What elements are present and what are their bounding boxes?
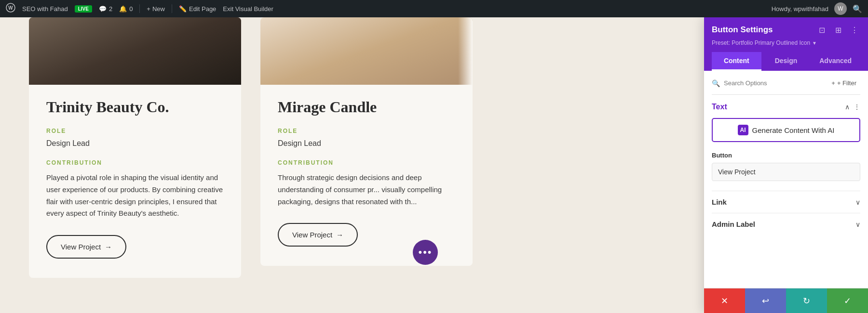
redo-icon: ↻ [803, 296, 810, 306]
contribution-label-1: CONTRIBUTION [46, 159, 224, 166]
view-project-label-1: View Project [61, 243, 101, 251]
notification-icon: 🔔 [119, 5, 127, 13]
card-title-1: Trinity Beauty Co. [46, 98, 224, 116]
admin-label-title: Admin Label [712, 220, 755, 228]
card-role-1: Design Lead [46, 139, 224, 148]
button-text-input[interactable] [712, 163, 860, 181]
section-controls: ∧ ⋮ [845, 103, 860, 111]
button-field-label: Button [712, 152, 860, 159]
card-image-2 [260, 17, 473, 85]
card-role-2: Design Lead [278, 139, 455, 148]
search-filter-row: 🔍 + + Filter [712, 78, 860, 95]
text-more-icon[interactable]: ⋮ [854, 103, 860, 111]
separator2 [172, 4, 172, 13]
button-field: Button [712, 152, 860, 191]
save-btn[interactable]: ✓ [827, 288, 868, 313]
search-icon[interactable]: 🔍 [853, 4, 862, 13]
redo-btn[interactable]: ↻ [786, 288, 827, 313]
search-options-input[interactable] [724, 78, 824, 89]
tab-content[interactable]: Content [712, 52, 761, 71]
view-project-label-2: View Project [292, 231, 332, 239]
search-icon: 🔍 [712, 79, 720, 87]
live-badge: Live [75, 5, 92, 13]
new-btn[interactable]: + + New New [147, 5, 165, 13]
card-body-2: Mirage Candle ROLE Design Lead CONTRIBUT… [260, 85, 473, 247]
settings-panel: Button Settings ⊡ ⊞ ⋮ Preset: Portfolio … [704, 17, 868, 313]
howdy-text: Howdy, wpwithfahad [772, 5, 828, 13]
text-section-title: Text [712, 103, 727, 111]
role-label-2: ROLE [278, 128, 455, 134]
ai-generate-btn[interactable]: AI Generate Content With AI [712, 118, 860, 142]
panel-title-icons: ⊡ ⊞ ⋮ [816, 24, 860, 36]
panel-header: Button Settings ⊡ ⊞ ⋮ Preset: Portfolio … [704, 17, 868, 71]
user-avatar[interactable]: W [834, 2, 847, 15]
site-name[interactable]: SEO with Fahad [22, 5, 68, 13]
link-chevron-icon: ∨ [855, 198, 860, 206]
role-label-1: ROLE [46, 128, 224, 134]
expand-icon[interactable]: ⊞ [832, 24, 844, 36]
edit-icon: ✏️ [179, 5, 187, 13]
card-body-1: Trinity Beauty Co. ROLE Design Lead CONT… [29, 85, 241, 259]
contribution-label-2: CONTRIBUTION [278, 159, 455, 166]
notifications-btn[interactable]: 🔔 💬 0 [119, 5, 133, 13]
svg-text:W: W [8, 5, 13, 11]
edit-page-btn[interactable]: ✏️ Edit Page [179, 5, 216, 13]
admin-bar-right: Howdy, wpwithfahad W 🔍 [772, 2, 862, 15]
panel-footer: ✕ ↩ ↻ ✓ [704, 288, 868, 313]
contribution-text-1: Played a pivotal role in shaping the vis… [46, 172, 224, 220]
view-project-btn-2[interactable]: View Project → [278, 223, 358, 247]
cancel-icon: ✕ [721, 296, 728, 306]
panel-preset: Preset: Portfolio Primary Outlined Icon … [712, 39, 860, 46]
link-section: Link ∨ [712, 191, 860, 213]
undo-btn[interactable]: ↩ [745, 288, 786, 313]
admin-label-section: Admin Label ∨ [712, 213, 860, 235]
filter-icon: + [831, 79, 835, 87]
ai-icon: AI [738, 125, 748, 135]
admin-bar-left: W SEO with Fahad Live 💬 2 🔔 💬 0 + + New … [6, 3, 764, 14]
link-section-header[interactable]: Link ∨ [712, 198, 860, 206]
save-icon: ✓ [844, 296, 851, 306]
floating-action-btn[interactable]: ••• [413, 240, 438, 265]
comment-icon: 💬 [99, 5, 107, 13]
admin-label-header[interactable]: Admin Label ∨ [712, 220, 860, 228]
portfolio-card-1: Trinity Beauty Co. ROLE Design Lead CONT… [29, 17, 241, 278]
page-content: Trinity Beauty Co. ROLE Design Lead CONT… [0, 17, 868, 313]
tab-advanced[interactable]: Advanced [811, 52, 860, 71]
tab-design[interactable]: Design [761, 52, 811, 71]
card-title-2: Mirage Candle [278, 98, 455, 116]
wp-logo-icon[interactable]: W [6, 3, 15, 14]
comments-btn[interactable]: 💬 2 [99, 5, 112, 13]
contribution-text-2: Through strategic design decisions and d… [278, 172, 455, 208]
portfolio-card-2: Mirage Candle ROLE Design Lead CONTRIBUT… [260, 17, 473, 266]
ai-generate-label: Generate Content With AI [752, 126, 835, 134]
cards-area: Trinity Beauty Co. ROLE Design Lead CONT… [0, 17, 704, 313]
filter-btn[interactable]: + + Filter [827, 78, 860, 89]
cancel-btn[interactable]: ✕ [704, 288, 745, 313]
arrow-icon-2: → [336, 231, 343, 239]
separator [139, 4, 140, 13]
link-section-title: Link [712, 198, 727, 206]
fab-dots-icon: ••• [418, 247, 432, 258]
preset-chevron-icon: ▼ [812, 40, 817, 46]
panel-body: 🔍 + + Filter Text ∧ ⋮ AI G [704, 71, 868, 288]
arrow-icon-1: → [105, 243, 112, 251]
more-options-icon[interactable]: ⋮ [849, 24, 860, 36]
panel-tabs: Content Design Advanced [712, 52, 860, 71]
panel-title: Button Settings [712, 25, 773, 35]
text-section-header: Text ∧ ⋮ [712, 103, 860, 111]
exit-builder-btn[interactable]: Exit Visual Builder [223, 5, 273, 13]
plus-icon: + [147, 5, 150, 13]
panel-title-row: Button Settings ⊡ ⊞ ⋮ [712, 24, 860, 36]
admin-bar: W SEO with Fahad Live 💬 2 🔔 💬 0 + + New … [0, 0, 868, 17]
undo-icon: ↩ [762, 296, 769, 306]
admin-chevron-icon: ∨ [855, 221, 860, 228]
view-project-btn-1[interactable]: View Project → [46, 235, 126, 259]
minimize-icon[interactable]: ⊡ [816, 24, 827, 36]
card-image-1 [29, 17, 241, 85]
text-chevron-icon[interactable]: ∧ [845, 103, 850, 111]
